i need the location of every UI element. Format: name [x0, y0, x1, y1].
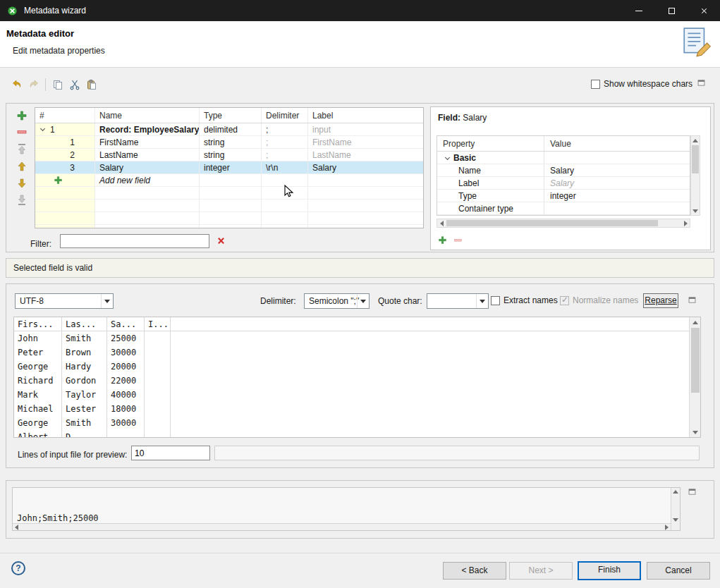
scroll-right-arrow[interactable] [663, 524, 671, 530]
raw-preview-textarea[interactable]: John;Smith;25000 Peter;Brown;30000 Georg… [12, 487, 681, 531]
add-field-row-icon[interactable] [54, 176, 63, 185]
add-field-icon[interactable] [16, 110, 28, 121]
property-vertical-scrollbar[interactable] [690, 135, 700, 216]
field-num-cell: 1 [35, 136, 95, 148]
property-row[interactable]: Label Salary [437, 177, 690, 190]
scrollbar-thumb[interactable] [691, 328, 700, 393]
remove-property-icon[interactable] [453, 235, 463, 245]
column-header-num: # [35, 108, 95, 123]
field-label-cell: LastName [308, 149, 423, 161]
field-row[interactable]: 2 LastName string ; LastName [35, 149, 423, 161]
preview-row-partial: AlbertD [14, 430, 689, 438]
redo-icon[interactable] [28, 79, 39, 90]
group-chevron-icon[interactable] [445, 155, 450, 160]
wizard-footer: ? < Back Next > Finish Cancel [0, 553, 720, 588]
property-value[interactable] [544, 202, 690, 214]
move-down-icon[interactable] [16, 178, 28, 189]
cut-icon[interactable] [69, 79, 80, 90]
raw-horizontal-scrollbar[interactable] [13, 523, 671, 530]
property-table: Property Value Basic Name Salary Label S… [437, 135, 690, 216]
move-top-icon[interactable] [16, 143, 28, 154]
field-row-selected[interactable]: 3 Salary integer \r\n Salary [35, 161, 423, 174]
minimize-icon [635, 11, 642, 11]
property-value[interactable]: Salary [544, 164, 690, 176]
preview-grid-header: Firs... Las... Sa... I... [14, 317, 689, 331]
scrollbar-thumb[interactable] [446, 220, 658, 226]
field-title-label: Field: [438, 113, 460, 123]
help-button[interactable]: ? [11, 561, 25, 575]
scroll-down-arrow[interactable] [690, 427, 700, 437]
app-logo-icon [7, 6, 18, 16]
clear-filter-icon[interactable] [216, 236, 226, 245]
maximize-pane-icon[interactable] [688, 487, 697, 496]
scroll-right-arrow[interactable] [681, 219, 690, 227]
record-row[interactable]: 1 Record: EmployeeSalary delimited ; inp… [35, 123, 423, 136]
back-button[interactable]: < Back [443, 562, 506, 580]
close-button[interactable] [688, 0, 720, 21]
empty-row [35, 225, 423, 228]
column-header-value: Value [544, 136, 690, 151]
quote-char-label: Quote char: [378, 296, 422, 306]
column-header-property: Property [437, 136, 544, 151]
scroll-up-arrow[interactable] [691, 136, 700, 145]
chevron-down-icon [101, 294, 113, 308]
scroll-left-arrow[interactable] [13, 524, 20, 530]
finish-button[interactable]: Finish [578, 561, 641, 580]
property-row[interactable]: Name Salary [437, 164, 690, 177]
fields-table-header: # Name Type Delimiter Label [35, 108, 423, 123]
column-header-name: Name [95, 108, 200, 123]
scroll-down-arrow[interactable] [671, 516, 680, 524]
scrollbar-thumb[interactable] [692, 145, 699, 173]
property-name: Name [437, 164, 544, 176]
scroll-up-arrow[interactable] [690, 317, 700, 327]
minimize-pane-icon[interactable] [697, 78, 706, 87]
cancel-button[interactable]: Cancel [647, 562, 710, 580]
field-name-cell: FirstName [95, 136, 200, 148]
preview-row: JohnSmith25000 [14, 331, 689, 345]
lines-of-preview-input[interactable] [131, 446, 210, 460]
add-property-icon[interactable] [438, 235, 447, 245]
extract-names-checkbox[interactable]: Extract names [491, 295, 558, 305]
add-field-row[interactable]: Add new field [35, 174, 423, 187]
field-type-cell: string [200, 149, 262, 161]
paste-icon[interactable] [86, 79, 97, 90]
remove-field-icon[interactable] [16, 126, 28, 137]
move-bottom-icon[interactable] [16, 195, 28, 206]
title-bar: Metadata wizard [0, 0, 720, 21]
quote-char-select[interactable] [427, 293, 489, 309]
undo-icon[interactable] [11, 79, 23, 90]
column-header-type: Type [200, 108, 262, 123]
reparse-button[interactable]: Reparse [643, 293, 678, 308]
field-type-cell: integer [200, 161, 262, 173]
field-row[interactable]: 1 FirstName string ; FirstName [35, 136, 423, 149]
property-value[interactable]: Salary [544, 177, 690, 189]
preview-vertical-scrollbar[interactable] [689, 317, 700, 437]
move-up-icon[interactable] [16, 161, 28, 172]
scroll-left-arrow[interactable] [437, 219, 446, 227]
empty-row [35, 212, 423, 225]
page-subtitle: Edit metadata properties [13, 46, 105, 56]
property-group-row[interactable]: Basic [437, 152, 690, 164]
property-horizontal-scrollbar[interactable] [437, 219, 690, 228]
show-whitespace-checkbox[interactable]: Show whitespace chars [591, 79, 692, 89]
scroll-down-arrow[interactable] [691, 207, 700, 215]
maximize-pane-icon[interactable] [688, 295, 697, 305]
filter-input[interactable] [60, 234, 209, 248]
scroll-up-arrow[interactable] [671, 488, 680, 496]
raw-vertical-scrollbar[interactable] [671, 488, 680, 530]
property-row[interactable]: Container type [437, 202, 690, 215]
field-delimiter-cell: \r\n [262, 161, 308, 173]
maximize-button[interactable] [655, 0, 688, 21]
wizard-header: Metadata editor Edit metadata properties [0, 21, 720, 68]
collapse-chevron-icon[interactable] [40, 126, 45, 131]
copy-icon[interactable] [52, 79, 63, 90]
wizard-banner-icon [681, 26, 713, 59]
checkbox-box[interactable] [491, 296, 500, 305]
encoding-select[interactable]: UTF-8 [15, 293, 114, 309]
checkbox-box[interactable] [591, 80, 600, 89]
minimize-button[interactable] [623, 0, 655, 21]
raw-line: John;Smith;25000 [17, 513, 109, 524]
delimiter-select[interactable]: Semicolon ";" [304, 293, 370, 309]
property-value[interactable]: integer [544, 190, 690, 202]
property-row[interactable]: Type integer [437, 190, 690, 202]
